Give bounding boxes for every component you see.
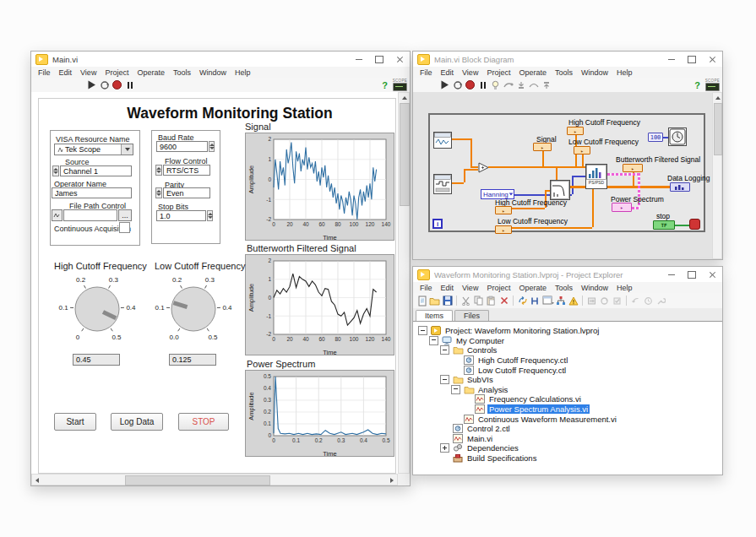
- menu-view[interactable]: View: [458, 284, 482, 292]
- flow-control-spinner[interactable]: [155, 165, 162, 176]
- step-out-icon[interactable]: [540, 79, 552, 91]
- project-hierarchy-icon[interactable]: [554, 295, 567, 306]
- stop-bits-field[interactable]: 1.0: [156, 210, 206, 221]
- block-diagram-titlebar[interactable]: Main.vi Block Diagram: [413, 52, 722, 68]
- tree-item-controls[interactable]: Controls: [413, 345, 722, 355]
- run-continuous-icon[interactable]: [98, 79, 111, 91]
- wait-ms-constant[interactable]: 100: [648, 133, 663, 142]
- merge-signals-node[interactable]: [478, 161, 489, 172]
- menu-edit[interactable]: Edit: [55, 68, 77, 77]
- menu-window[interactable]: Window: [577, 68, 612, 77]
- butterworth-indicator-terminal[interactable]: ▸: [623, 164, 643, 172]
- tree-item-build-specifications[interactable]: Build Specifications: [413, 453, 722, 464]
- filter-express-vi[interactable]: [550, 180, 570, 200]
- menu-view[interactable]: View: [458, 68, 482, 77]
- menu-file[interactable]: File: [34, 68, 55, 77]
- low-cutoff-control-terminal[interactable]: ▸: [495, 225, 512, 234]
- help-icon[interactable]: ?: [379, 80, 391, 90]
- visa-resource-dropdown[interactable]: Tek Scope: [54, 144, 133, 155]
- file-path-field[interactable]: [63, 209, 117, 221]
- menu-project[interactable]: Project: [482, 284, 514, 292]
- menu-file[interactable]: File: [416, 284, 437, 292]
- source-field[interactable]: Channel 1: [60, 165, 132, 176]
- stop-boolean-terminal[interactable]: TF: [653, 220, 675, 230]
- low-cutoff-knob[interactable]: 0.00.10.20.30.40.5: [146, 271, 241, 362]
- tree-item-my-computer[interactable]: My Computer: [413, 336, 722, 346]
- maximize-button[interactable]: [682, 52, 702, 67]
- menu-tools[interactable]: Tools: [551, 68, 577, 77]
- high-cutoff-value-field[interactable]: 0.45: [73, 354, 120, 366]
- save-all-icon[interactable]: [441, 295, 454, 306]
- tree-item-analysis[interactable]: Analysis: [413, 385, 722, 395]
- high-cutoff-knob[interactable]: 00.10.20.30.40.5: [50, 271, 144, 362]
- scope-probe-widget[interactable]: SCOPE: [705, 79, 720, 91]
- vertical-scrollbar-thumb[interactable]: [714, 103, 722, 155]
- tree-item-high-cutoff-frequency-ctl[interactable]: High Cutoff Frequency.ctl: [413, 355, 722, 366]
- retain-wire-values-icon[interactable]: [502, 79, 514, 91]
- stop-button[interactable]: STOP: [178, 413, 229, 431]
- dropdown-arrow-icon[interactable]: [121, 144, 133, 155]
- commit-icon[interactable]: [611, 295, 623, 306]
- run-icon[interactable]: [85, 79, 98, 91]
- copy-icon[interactable]: [472, 295, 485, 306]
- menu-operate[interactable]: Operate: [133, 68, 169, 77]
- log-data-button[interactable]: Log Data: [111, 413, 163, 431]
- collapse-icon[interactable]: [429, 336, 438, 345]
- browse-button[interactable]: ...: [118, 209, 132, 221]
- minimize-button[interactable]: [349, 52, 369, 67]
- collapse-icon[interactable]: [440, 375, 449, 384]
- help-icon[interactable]: ?: [692, 80, 704, 90]
- menu-view[interactable]: View: [76, 68, 101, 77]
- tree-item-low-cutoff-frequency-ctl[interactable]: Low Cutoff Frequency.ctl: [413, 365, 722, 375]
- tab-files[interactable]: Files: [454, 310, 489, 321]
- menu-project[interactable]: Project: [482, 68, 514, 77]
- low-cutoff-indicator-terminal[interactable]: ▸: [574, 146, 590, 155]
- baud-rate-field[interactable]: 9600: [156, 141, 208, 152]
- tree-item-dependencies[interactable]: Dependencies: [413, 443, 722, 453]
- menu-help[interactable]: Help: [231, 68, 255, 77]
- tree-item-main-vi[interactable]: Main.vi: [413, 434, 722, 444]
- cut-icon[interactable]: [460, 295, 472, 306]
- tab-items[interactable]: Items: [416, 310, 453, 321]
- menu-window[interactable]: Window: [577, 284, 612, 292]
- step-into-icon[interactable]: [514, 79, 527, 91]
- close-button[interactable]: [702, 267, 722, 282]
- high-cutoff-indicator-terminal[interactable]: ▸: [567, 127, 584, 135]
- close-button[interactable]: [389, 52, 410, 67]
- step-over-icon[interactable]: [527, 79, 540, 91]
- data-logging-terminal[interactable]: [670, 182, 690, 192]
- menu-edit[interactable]: Edit: [437, 284, 459, 292]
- resolve-conflicts-icon[interactable]: [516, 295, 529, 306]
- source-spinner[interactable]: [52, 165, 59, 176]
- menu-edit[interactable]: Edit: [437, 68, 459, 77]
- paste-icon[interactable]: [485, 295, 498, 306]
- parity-field[interactable]: Even: [163, 187, 210, 198]
- maximize-button[interactable]: [682, 267, 702, 282]
- spectral-measurement-vi[interactable]: PS/PSD: [585, 164, 607, 189]
- menu-project[interactable]: Project: [101, 68, 133, 77]
- minimize-button[interactable]: [661, 267, 682, 282]
- project-explorer-titlebar[interactable]: Waveform Monitoring Station.lvproj - Pro…: [413, 267, 722, 283]
- run-continuous-icon[interactable]: [451, 79, 464, 91]
- minimize-button[interactable]: [661, 52, 682, 67]
- tree-item-frequency-calculations-vi[interactable]: Frequency Calculations.vi: [413, 394, 722, 404]
- signal-terminal[interactable]: ▸: [533, 143, 552, 151]
- stop-bits-spinner[interactable]: [207, 210, 213, 221]
- warning-icon[interactable]: [567, 295, 579, 306]
- menu-file[interactable]: File: [416, 68, 437, 77]
- collapse-icon[interactable]: [440, 345, 449, 355]
- vertical-scrollbar[interactable]: [712, 92, 722, 259]
- front-panel-titlebar[interactable]: Main.vi: [31, 52, 410, 68]
- expand-icon[interactable]: [440, 443, 449, 453]
- operator-name-field[interactable]: James: [52, 187, 132, 198]
- instrument-config-express-vi[interactable]: [433, 174, 452, 194]
- tree-item-subvis[interactable]: SubVIs: [413, 375, 722, 385]
- loop-condition-terminal[interactable]: [689, 219, 700, 230]
- menu-operate[interactable]: Operate: [514, 68, 551, 77]
- abort-icon[interactable]: [111, 79, 123, 91]
- menu-window[interactable]: Window: [195, 68, 231, 77]
- continuous-acquisition-checkbox[interactable]: [119, 222, 130, 233]
- highlight-execution-icon[interactable]: [489, 79, 502, 91]
- tree-item-power-spectrum-analysis-vi[interactable]: Power Spectrum Analysis.vi: [413, 404, 722, 415]
- menu-tools[interactable]: Tools: [551, 284, 577, 292]
